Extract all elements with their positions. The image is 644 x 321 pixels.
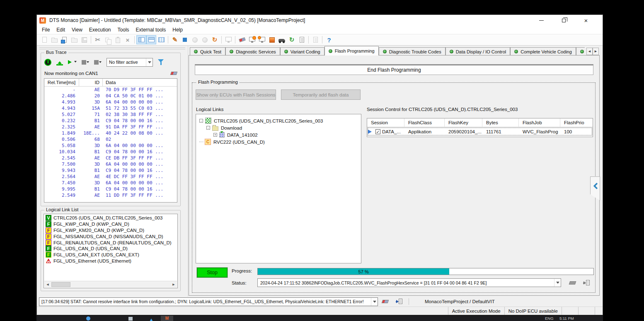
table-row[interactable]: -AE70 D9 FF 3F FF FF ... xyxy=(44,87,177,93)
trace-power-icon[interactable] xyxy=(44,59,51,66)
tab-scroll-left-icon[interactable]: ◀ xyxy=(586,48,593,55)
tab-diagnostic-services[interactable]: Diagnostic Services xyxy=(225,47,280,56)
menu-edit[interactable]: Edit xyxy=(53,26,68,34)
tree-node-download[interactable]: -Download xyxy=(196,124,361,131)
layout-left-icon[interactable] xyxy=(136,35,146,44)
export-status-icon[interactable] xyxy=(583,280,590,286)
column-header-flashclass[interactable]: FlashClass xyxy=(404,118,445,127)
clear-trace-icon[interactable] xyxy=(237,35,247,44)
cut-icon[interactable]: ✂ xyxy=(93,35,103,44)
list-item[interactable]: ⚠FGL_UDS_Ethernet (UDS_Ethernet) xyxy=(45,258,177,264)
list-item[interactable]: FFGL_KWP_KM20_CAN_D (KWP_CAN_D) xyxy=(45,227,177,234)
tab-variant-coding[interactable]: Variant Coding xyxy=(280,47,324,56)
tab-ecu-ex[interactable]: ECU Ex xyxy=(576,47,585,56)
trace-upload-icon[interactable] xyxy=(56,59,63,65)
trace-filter-select[interactable]: No filter active xyxy=(107,58,153,67)
open-workspace-icon[interactable] xyxy=(69,35,79,44)
tab-diagnostic-trouble-codes[interactable]: Diagnostic Trouble Codes xyxy=(379,47,445,56)
help-icon[interactable]: ? xyxy=(324,35,334,44)
open-file-icon[interactable] xyxy=(49,35,59,44)
table-row[interactable]: 2.564AE4E DC FF 3F FF FF ... xyxy=(44,174,177,180)
trace-stop-button[interactable] xyxy=(82,60,89,65)
new-file-icon[interactable] xyxy=(39,35,49,44)
table-row[interactable]: 2.325AE91 DA FF 3F FF FF ... xyxy=(44,124,177,130)
taskbar-app-icon[interactable] xyxy=(149,316,153,321)
taskbar-app-icon[interactable] xyxy=(86,316,90,321)
taskbar-clock[interactable]: 5:11 PM xyxy=(559,316,574,321)
tab-complete-vehicle-coding[interactable]: Complete Vehicle Coding xyxy=(510,47,576,56)
paste-icon[interactable] xyxy=(113,35,123,44)
menu-help[interactable]: Help xyxy=(169,26,186,34)
menu-view[interactable]: View xyxy=(68,26,86,34)
clear-messages-button[interactable] xyxy=(378,300,392,303)
table-row[interactable]: 0.232B1C9 04 78 00 00 16 ... xyxy=(44,118,177,124)
taskbar-language[interactable]: ENG xyxy=(545,316,554,321)
table-row[interactable]: 0.5066802 xyxy=(44,136,177,142)
clear-status-icon[interactable] xyxy=(569,280,576,286)
report-icon[interactable] xyxy=(297,35,307,44)
vehicle-icon[interactable] xyxy=(277,35,287,44)
trace-start-button[interactable] xyxy=(68,60,77,64)
tree-node-data-141002[interactable]: +DATA_141002 xyxy=(196,131,361,138)
expand-icon[interactable]: + xyxy=(213,133,217,137)
table-row[interactable]: 7.4503D6A 04 00 00 00 00 ... xyxy=(44,180,177,186)
collapse-icon[interactable]: - xyxy=(199,119,203,123)
trace-pause-button[interactable] xyxy=(94,60,102,65)
minimize-button[interactable] xyxy=(533,16,550,25)
statusbar-message-combo[interactable]: [17:06:34:629] STAT: Cannot resolve inte… xyxy=(39,297,378,306)
end-flash-programming-button[interactable]: End Flash Programming xyxy=(195,64,593,75)
scroll-right-icon[interactable]: ▶ xyxy=(170,281,177,287)
tab-quick-test[interactable]: Quick Test xyxy=(190,47,225,56)
temporarily-add-flash-data-button[interactable]: Temporarily add flash data xyxy=(281,89,361,100)
column-header-bytes[interactable]: Bytes xyxy=(482,118,519,127)
network-nodes-icon[interactable] xyxy=(257,35,267,44)
list-item[interactable]: FFGL_KWP_CAN_D (KWP_CAN_D) xyxy=(45,221,177,227)
show-only-ecus-button[interactable]: Show only ECUs with Flash Sessions xyxy=(196,89,276,100)
export-messages-button[interactable] xyxy=(392,299,406,304)
ecu-power-icon[interactable] xyxy=(247,35,257,44)
column-header-data[interactable]: Data xyxy=(103,80,177,85)
reload-icon[interactable]: ↻ xyxy=(210,35,220,44)
list-item[interactable]: FFGL_RENAULTUDS_CAN_D (RENAULTUDS_CAN_D) xyxy=(45,239,177,246)
run-icon[interactable] xyxy=(190,35,200,44)
stop-button[interactable]: Stop xyxy=(197,268,228,278)
column-header-session[interactable]: Session xyxy=(367,118,404,127)
table-row[interactable]: 5.0277102 38 30 38 FF FF ... xyxy=(44,111,177,118)
edit-hotkeys-icon[interactable]: ✎ xyxy=(170,35,180,44)
layout-columns-icon[interactable] xyxy=(156,35,166,44)
taskbar-app-icon[interactable] xyxy=(128,317,133,321)
scrollbar-thumb[interactable] xyxy=(51,282,70,287)
save-icon[interactable] xyxy=(79,35,89,44)
column-header-id[interactable]: ID xyxy=(79,79,103,86)
menu-tools[interactable]: Tools xyxy=(114,26,133,34)
stop-execution-icon[interactable] xyxy=(180,35,190,44)
menu-external-tools[interactable]: External tools xyxy=(133,26,169,34)
status-combo[interactable]: 2024-04-24 17:11:52 30862INFODiagJob.CTR… xyxy=(257,278,561,287)
list-item[interactable]: FFGL_UDS_CAN_D (UDS_CAN_D) xyxy=(45,246,177,252)
table-row[interactable]: 7.5003D6A 04 00 00 00 00 ... xyxy=(44,161,177,167)
measurement-icon[interactable] xyxy=(223,35,233,44)
table-row[interactable]: 1.84918E...40 24 22 00 08 00 ... xyxy=(44,130,177,136)
column-header-flashjob[interactable]: FlashJob xyxy=(519,118,560,127)
column-header-flashprio[interactable]: FlashPrio xyxy=(560,118,593,127)
menu-execution[interactable]: Execution xyxy=(86,26,114,34)
filter-funnel-icon[interactable] xyxy=(158,59,165,65)
table-row[interactable]: 4.94315A51 72 33 55 C0 03 ... xyxy=(44,105,177,111)
table-row[interactable]: 10.034B1C9 04 78 00 00 16 ... xyxy=(44,149,177,155)
open-template-icon[interactable] xyxy=(59,35,69,44)
tab-scroll-right-icon[interactable]: ▶ xyxy=(593,48,599,55)
table-row[interactable]: 2.545AECE DB FF 3F FF FF ... xyxy=(44,155,177,161)
vehicle-refresh-icon[interactable]: ↻ xyxy=(287,35,297,44)
table-row[interactable]: 2.549AE11 DD FF 3F FF FF ... xyxy=(44,192,177,198)
table-row[interactable]: 9.995B1C9 04 78 00 00 16 ... xyxy=(44,186,177,192)
list-item[interactable]: VCTRLC205 (UDS_CAN_D).CTRLC205_Series_00… xyxy=(45,215,177,221)
vertical-divider[interactable] xyxy=(188,46,188,297)
ok-document-icon[interactable] xyxy=(310,35,320,44)
delete-icon[interactable]: × xyxy=(123,35,133,44)
table-row[interactable]: 2.4862004 CA 50 0C 01 00 ... xyxy=(44,93,177,99)
panel-splitter[interactable] xyxy=(39,47,185,49)
close-button[interactable]: × xyxy=(578,16,594,25)
menu-file[interactable]: File xyxy=(39,26,53,34)
table-row[interactable]: 9.943B1C9 04 78 00 00 16 ... xyxy=(44,167,177,174)
session-table-row[interactable]: ✓DATA_...Applikation2059020104_...111761… xyxy=(367,127,593,136)
